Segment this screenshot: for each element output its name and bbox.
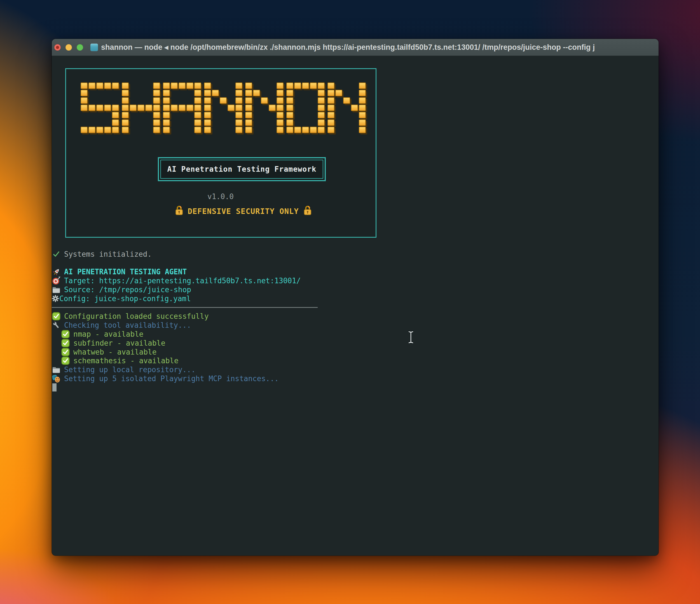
terminal-cursor (52, 384, 56, 392)
terminal-line: Target: https://ai-pentesting.tailfd50b7… (52, 276, 656, 285)
ascii-letter-A (162, 82, 202, 134)
terminal-line: nmap - available (52, 330, 656, 339)
terminal-line-text: Target: https://ai-pentesting.tailfd50b7… (64, 277, 301, 285)
ascii-letter-O (286, 82, 325, 134)
terminal-line-text: schemathesis - available (73, 357, 179, 365)
version-label: v1.0.0 (207, 192, 234, 201)
terminal-line: Config: juice-shop-config.yaml (52, 294, 656, 303)
desktop-wallpaper: shannon — node ◂ node /opt/homebrew/bin/… (0, 0, 700, 604)
terminal-line-text: Config: juice-shop-config.yaml (59, 294, 191, 303)
terminal-line: Systems initialized. (52, 250, 656, 259)
ascii-letter-S (80, 82, 120, 134)
ascii-letter-N (204, 82, 243, 134)
terminal-line-text: Configuration loaded successfully (64, 312, 209, 320)
zoom-button[interactable] (77, 44, 83, 51)
target-icon (52, 276, 61, 285)
terminal-line: Source: /tmp/repos/juice-shop (52, 285, 656, 294)
lock-icon (302, 205, 312, 217)
folder-icon (52, 285, 61, 294)
terminal-line-text: subfinder - available (73, 339, 166, 347)
terminal-line-text: Checking tool availability... (64, 321, 191, 330)
ascii-letter-H (122, 82, 161, 134)
traffic-lights (54, 44, 83, 51)
check-box-icon (52, 312, 61, 320)
check-box-icon (61, 348, 70, 356)
terminal-output: Systems initialized.AI PENETRATION TESTI… (52, 250, 656, 392)
terminal-divider (52, 303, 656, 312)
terminal-line: Configuration loaded successfully (52, 312, 656, 321)
terminal-line: Setting up 5 isolated Playwright MCP ins… (52, 374, 656, 383)
i-beam-cursor (407, 330, 415, 344)
titlebar[interactable]: shannon — node ◂ node /opt/homebrew/bin/… (52, 39, 658, 56)
lock-icon (174, 205, 184, 217)
terminal-line-text: Setting up 5 isolated Playwright MCP ins… (64, 374, 279, 383)
ascii-letter-N (327, 82, 366, 134)
security-line: DEFENSIVE SECURITY ONLY (174, 205, 312, 217)
check-box-icon (61, 357, 70, 365)
check-mark-icon (52, 251, 61, 258)
framework-label: AI Penetration Testing Framework (160, 160, 323, 179)
terminal-line: Setting up local repository... (52, 365, 656, 374)
close-icon (56, 46, 59, 49)
terminal-blank-line (52, 259, 656, 268)
masks-icon (52, 374, 61, 383)
shannon-ascii-art (80, 82, 366, 134)
folder-icon (52, 365, 61, 374)
terminal-line-text: Systems initialized. (64, 250, 152, 258)
terminal-line: Checking tool availability... (52, 321, 656, 330)
terminal-line: whatweb - available (52, 348, 656, 357)
framework-box: AI Penetration Testing Framework (158, 157, 326, 181)
terminal-cursor-row (52, 383, 656, 392)
minimize-button[interactable] (66, 44, 72, 51)
terminal-line-text: nmap - available (73, 330, 143, 338)
gear-icon (52, 294, 59, 303)
terminal-line-text: Source: /tmp/repos/juice-shop (64, 286, 191, 294)
terminal-line: schemathesis - available (52, 357, 656, 366)
ascii-letter-N (245, 82, 284, 134)
check-box-icon (61, 339, 70, 347)
rocket-icon (52, 268, 61, 277)
terminal-proxy-icon (91, 44, 98, 51)
terminal-content[interactable]: AI Penetration Testing Framework v1.0.0 … (52, 56, 658, 556)
terminal-line-text: AI PENETRATION TESTING AGENT (64, 268, 187, 276)
close-button[interactable] (54, 44, 61, 51)
security-label: DEFENSIVE SECURITY ONLY (188, 207, 299, 216)
terminal-line-text: whatweb - available (73, 348, 156, 356)
window-title: shannon — node ◂ node /opt/homebrew/bin/… (101, 39, 657, 56)
wrench-icon (52, 321, 61, 330)
check-box-icon (61, 330, 70, 338)
terminal-line-text: Setting up local repository... (64, 366, 196, 374)
terminal-line: AI PENETRATION TESTING AGENT (52, 268, 656, 277)
terminal-window: shannon — node ◂ node /opt/homebrew/bin/… (52, 39, 658, 556)
banner-box: AI Penetration Testing Framework v1.0.0 … (65, 68, 376, 238)
terminal-line: subfinder - available (52, 339, 656, 348)
